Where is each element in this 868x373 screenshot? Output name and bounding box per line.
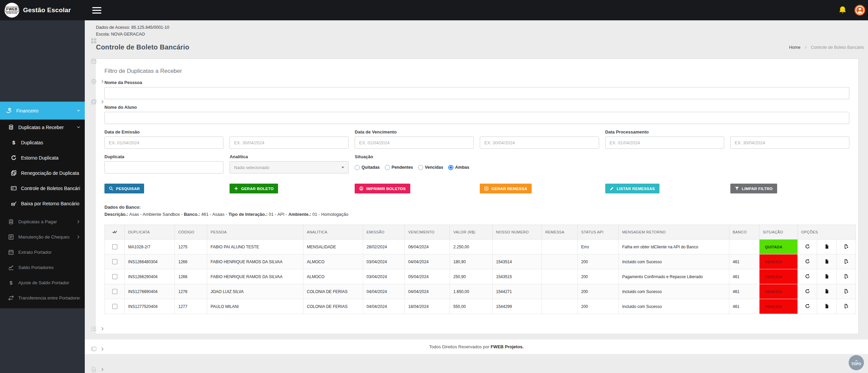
sidebar-item-manutencao-de-cheques[interactable]: Manutenção de Cheques <box>0 229 85 245</box>
cell-emissao: 28/02/2024 <box>363 240 405 254</box>
pesquisar-button[interactable]: PESQUISAR <box>104 184 144 193</box>
document-action-button[interactable] <box>817 240 836 254</box>
sidebar-item-controle-de-boletos-bancario[interactable]: Controle de Boletos Bancário <box>0 181 85 196</box>
cell-pessoa: PAULO MILANI <box>207 299 303 314</box>
sidebar-item-crm-atendimento[interactable]: CRM Atendimento <box>85 61 95 81</box>
document-action-button[interactable] <box>817 284 836 299</box>
analitica-select[interactable]: Nada selecionado <box>230 161 349 173</box>
remessa-action-button[interactable] <box>836 299 856 314</box>
nome-aluno-label: Nome do Aluno <box>104 105 849 110</box>
menu-toggle-icon[interactable] <box>92 7 101 14</box>
cell-remessa <box>542 254 578 269</box>
radio-icon <box>418 165 423 170</box>
sidebar-item-label: Financeiro <box>16 108 77 113</box>
limpar-filtro-button[interactable]: LIMPAR FILTRO <box>730 184 777 193</box>
imprimir-boletos-button[interactable]: IMPRIMIR BOLETOS <box>355 184 410 193</box>
data-emissao-to-input[interactable] <box>230 137 349 149</box>
cell-codigo: 1276 <box>175 284 207 299</box>
duplicata-input[interactable] <box>104 161 223 173</box>
boletos-table: DUPLICATACÓDIGOPESSOAANALÍTICAEMISSÃOVEN… <box>104 225 856 314</box>
row-checkbox[interactable] <box>112 274 117 279</box>
sidebar-item-processos[interactable]: Processos <box>85 308 95 329</box>
nome-aluno-input[interactable] <box>104 112 849 124</box>
nome-pessoa-input[interactable] <box>104 87 849 99</box>
sidebar-item-saldo-portadores[interactable]: Saldo Portadores <box>0 260 85 275</box>
undo-action-button[interactable] <box>798 284 817 299</box>
cell-remessa <box>542 269 578 284</box>
button-label: GERAR BOLETO <box>241 187 274 191</box>
sidebar-item-controle-pedagogico[interactable]: Controle Pedagógico <box>85 329 95 349</box>
listar-remessas-button[interactable]: LISTAR REMESSAS <box>605 184 659 193</box>
data-processamento-label: Data Processamento <box>605 129 724 134</box>
sidebar-item-duplicatas[interactable]: $Duplicatas <box>0 135 85 150</box>
school-line: Escola: NOVA GERACAO <box>96 31 868 38</box>
situacao-radio-quitadas[interactable]: Quitadas <box>355 165 380 170</box>
sidebar-menu: DashboardMinha AgendaCRM AtendimentoCada… <box>0 20 85 373</box>
remessa-action-button[interactable] <box>836 269 856 284</box>
calendar-icon <box>7 249 15 255</box>
sidebar-item-renegociacao-de-duplicata[interactable]: Renegociação de Duplicata <box>0 165 85 181</box>
gerar-remessa-button[interactable]: GERAR REMESSA <box>480 184 532 193</box>
situacao-radio-pendentes[interactable]: Pendentes <box>385 165 413 170</box>
sidebar: FWEB Gestão Escolar Gestão Escolar Dashb… <box>0 0 85 373</box>
user-avatar[interactable] <box>854 5 865 16</box>
remessa-action-button[interactable] <box>836 240 856 254</box>
column-header: BANCO <box>729 225 760 240</box>
situacao-badge: VENCIDA <box>760 269 797 284</box>
situacao-radio-vencidas[interactable]: Vencidas <box>418 165 443 170</box>
cell-emissao: 04/04/2024 <box>363 284 405 299</box>
cell-pessoa: JOAO LUIZ SILVA <box>207 284 303 299</box>
sidebar-item-estorno-duplicata[interactable]: Estorno Duplicata <box>0 150 85 165</box>
main-content: Dados de Acesso: 85.125.845/0001-10 Esco… <box>85 0 868 354</box>
remessa-action-button[interactable] <box>836 284 856 299</box>
sidebar-item-ajuste-de-saldo-portador[interactable]: $Ajuste de Saldo Portador <box>0 275 85 290</box>
data-processamento-from-input[interactable] <box>605 137 724 149</box>
row-checkbox[interactable] <box>112 304 117 309</box>
notifications-bell-icon[interactable] <box>838 6 847 15</box>
cell-nosso_numero: 1543515 <box>493 269 542 284</box>
undo-action-button[interactable] <box>798 299 817 314</box>
document-action-button[interactable] <box>817 269 836 284</box>
undo-action-button[interactable] <box>798 269 817 284</box>
grid-icon <box>90 38 97 44</box>
row-checkbox[interactable] <box>112 289 117 294</box>
duplicata-label: Duplicata <box>104 154 223 159</box>
undo-action-button[interactable] <box>798 240 817 254</box>
data-vencimento-from-input[interactable] <box>355 137 474 149</box>
sidebar-item-minha-agenda[interactable]: Minha Agenda <box>85 41 95 61</box>
sidebar-item-transferencia-entre-portadores[interactable]: Transferencia entre Portadores <box>0 290 85 306</box>
sidebar-item-duplicatas-a-pagar[interactable]: Duplicatas a Pagar <box>0 214 85 229</box>
fweb-logo-badge: FWEB Gestão Escolar <box>4 3 19 18</box>
data-vencimento-to-input[interactable] <box>480 137 599 149</box>
sidebar-item-duplicatas-a-receber[interactable]: Duplicatas a Receber <box>0 120 85 135</box>
breadcrumb-home[interactable]: Home <box>789 45 800 50</box>
row-checkbox[interactable] <box>112 259 117 264</box>
data-processamento-to-input[interactable] <box>730 137 849 149</box>
sidebar-item-label: Extrato Portador <box>18 250 80 255</box>
cell-duplicata: INS1266480304 <box>125 254 175 269</box>
document-action-button[interactable] <box>817 254 836 269</box>
sidebar-item-baixa-por-retorno-bancario[interactable]: Baixa por Retorno Bancário <box>0 196 85 211</box>
document-action-button[interactable] <box>817 299 836 314</box>
app-logo[interactable]: FWEB Gestão Escolar Gestão Escolar <box>0 0 85 20</box>
situacao-radio-ambas[interactable]: Ambas <box>448 165 469 170</box>
back-to-top-button[interactable]: TOPO <box>849 355 864 370</box>
bank-data-description: Descrição.: Asas - Ambiente Sandbox - Ba… <box>104 211 849 218</box>
column-header: SITUAÇÃO <box>760 225 798 240</box>
cell-remessa <box>542 284 578 299</box>
sidebar-item-relatorio[interactable]: Relatório <box>85 349 95 369</box>
file-icon <box>90 366 97 372</box>
data-emissao-from-input[interactable] <box>104 137 223 149</box>
select-all-header[interactable] <box>105 225 125 240</box>
sidebar-item-extrato-portador[interactable]: Extrato Portador <box>0 245 85 260</box>
calendar-icon <box>90 58 97 64</box>
cell-duplicata: INS1276690404 <box>125 284 175 299</box>
remessa-action-button[interactable] <box>836 254 856 269</box>
undo-action-button[interactable] <box>798 254 817 269</box>
sidebar-item-dashboard[interactable]: Dashboard <box>85 20 95 41</box>
sidebar-item-cadastros[interactable]: Cadastros <box>85 81 95 102</box>
sidebar-item-financeiro[interactable]: $Financeiro <box>0 102 85 120</box>
row-checkbox[interactable] <box>112 244 117 249</box>
button-label: IMPRIMIR BOLETOS <box>366 187 406 191</box>
gerar-boleto-button[interactable]: GERAR BOLETO <box>230 184 278 193</box>
